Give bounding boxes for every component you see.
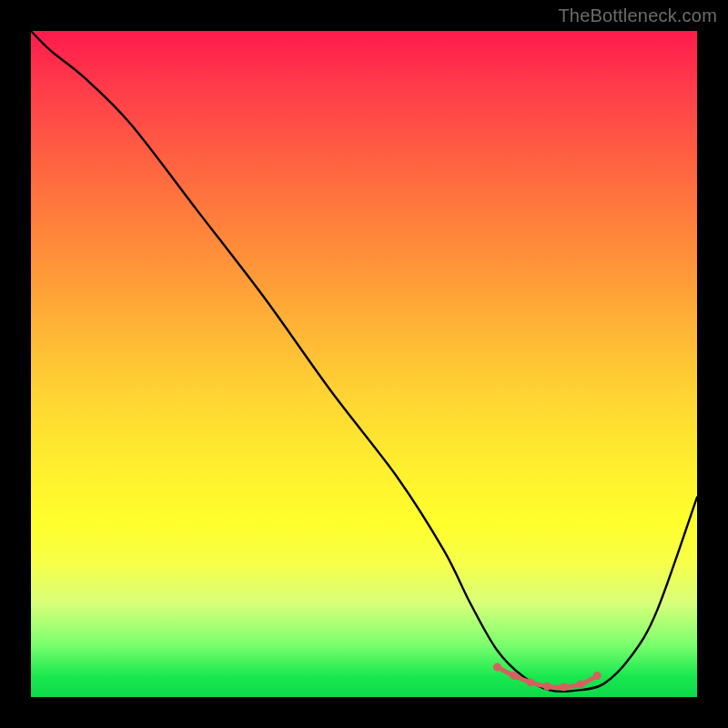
optimal-range-dot <box>493 663 501 672</box>
optimal-range-markers <box>493 663 602 692</box>
optimal-range-dot <box>543 682 551 691</box>
curve-svg <box>31 31 697 697</box>
optimal-range-dot <box>510 672 518 680</box>
plot-area <box>31 31 697 697</box>
optimal-range-dot <box>527 678 535 686</box>
optimal-range-dot <box>560 683 568 692</box>
watermark-text: TheBottleneck.com <box>558 5 717 26</box>
optimal-range-dot <box>593 672 602 680</box>
optimal-range-dot <box>576 681 584 689</box>
chart-frame: TheBottleneck.com <box>0 0 728 728</box>
bottleneck-curve <box>31 31 697 692</box>
